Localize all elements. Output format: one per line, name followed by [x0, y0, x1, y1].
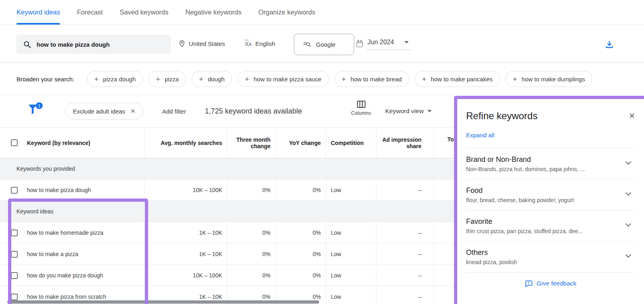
- search-query-text: how to make pizza dough: [37, 41, 110, 48]
- broaden-keyword-chip[interactable]: + how to make dumplings: [506, 71, 592, 87]
- header-ad-impression-share[interactable]: Ad impression share: [376, 128, 434, 158]
- competition-cell: Low: [326, 222, 376, 243]
- yoy-change-cell: 0%: [276, 265, 326, 286]
- search-networks-icon: [303, 41, 311, 48]
- download-icon: [605, 39, 614, 49]
- tab[interactable]: Forecast: [77, 0, 103, 25]
- horizontal-scrollbar[interactable]: [7, 300, 319, 304]
- columns-button[interactable]: Columns: [351, 101, 371, 116]
- expand-all-link[interactable]: Expand all: [466, 132, 494, 139]
- network-value: Google: [316, 41, 335, 48]
- tab[interactable]: Negative keywords: [185, 0, 241, 25]
- exclude-adult-ideas-chip[interactable]: Exclude adult ideas ✕: [65, 103, 143, 120]
- date-range-value: Jun 2024: [367, 39, 394, 46]
- chevron-down-icon: [625, 221, 631, 227]
- tab[interactable]: Keyword ideas: [17, 0, 60, 25]
- date-dropdown-arrow-icon: [405, 41, 409, 43]
- refine-section-subtitle: knead pizza, poolish: [466, 259, 619, 265]
- filter-chip-label: Exclude adult ideas: [73, 108, 125, 115]
- chip-label: how to make bread: [351, 76, 402, 83]
- close-panel-icon[interactable]: ✕: [629, 111, 635, 120]
- competition-cell: Low: [326, 286, 376, 304]
- header-yoy-change[interactable]: YoY change: [276, 128, 326, 158]
- ad-impression-share-cell: –: [376, 244, 434, 265]
- keyword-cell: how to make homemade pizza: [27, 230, 103, 236]
- chip-label: pizza dough: [103, 76, 136, 83]
- chip-label: how to make dumplings: [522, 76, 585, 83]
- download-button[interactable]: [605, 39, 614, 51]
- location-selector[interactable]: United States: [179, 25, 225, 62]
- avg-monthly-searches-cell: 10K – 100K: [145, 265, 227, 286]
- broaden-chip-list: + pizza dough + pizza + dough + how to m…: [87, 63, 592, 95]
- broaden-keyword-chip[interactable]: + how to make pizza sauce: [237, 71, 329, 87]
- header-keyword: Keyword (by relevance): [0, 128, 145, 158]
- calendar-icon: [357, 41, 363, 47]
- competition-cell: Low: [326, 265, 376, 286]
- broaden-keyword-chip[interactable]: + pizza: [149, 71, 186, 87]
- tab[interactable]: Saved keywords: [120, 0, 168, 25]
- header-keyword-label: Keyword (by relevance): [27, 140, 90, 146]
- three-month-change-cell: 0%: [227, 222, 276, 243]
- broaden-keyword-chip[interactable]: + how to make bread: [334, 71, 409, 87]
- row-checkbox[interactable]: [11, 251, 18, 258]
- broaden-keyword-chip[interactable]: + dough: [192, 71, 232, 87]
- competition-cell: Low: [326, 180, 376, 201]
- broaden-keyword-chip[interactable]: + pizza dough: [87, 71, 143, 87]
- language-selector[interactable]: XA English: [245, 25, 275, 62]
- refine-section[interactable]: Brand or Non-Brand Non-Brands, pizza hut…: [466, 149, 635, 180]
- row-checkbox[interactable]: [11, 294, 18, 300]
- tab[interactable]: Organize keywords: [258, 0, 315, 25]
- search-settings-row: how to make pizza dough United States XA…: [0, 25, 644, 63]
- feedback-label: Give feedback: [537, 280, 576, 287]
- refine-section-title: Brand or Non-Brand: [466, 155, 619, 164]
- keyword-ideas-count: 1,725 keyword ideas available: [205, 95, 302, 127]
- chip-label: how to make pizza sauce: [254, 76, 321, 83]
- header-three-month-change[interactable]: Three month change: [227, 128, 276, 158]
- row-checkbox[interactable]: [11, 272, 18, 279]
- three-month-change-cell: 0%: [227, 265, 276, 286]
- keyword-search-input[interactable]: how to make pizza dough: [16, 35, 171, 54]
- columns-icon: [357, 101, 365, 108]
- tab-label: Keyword ideas: [17, 8, 60, 16]
- location-pin-icon: [179, 40, 185, 48]
- avg-monthly-searches-cell: 10K – 100K: [145, 180, 227, 201]
- plus-icon: +: [342, 75, 346, 83]
- refine-section-title: Food: [466, 186, 619, 195]
- chevron-down-icon: [625, 190, 631, 196]
- keyword-cell: how do you make pizza dough: [27, 272, 103, 279]
- add-filter-button[interactable]: Add filter: [162, 95, 186, 127]
- row-checkbox[interactable]: [11, 187, 18, 194]
- avg-monthly-searches-cell: 1K – 10K: [145, 244, 227, 265]
- refine-section-subtitle: flour, bread, cheese, baking powder, yog…: [466, 197, 619, 203]
- tab-bar: Keyword ideas Forecast Saved keywords Ne…: [0, 0, 644, 25]
- give-feedback-button[interactable]: Give feedback: [466, 273, 635, 294]
- plus-icon: +: [199, 75, 203, 83]
- chevron-down-icon: [625, 252, 631, 258]
- keyword-view-dropdown[interactable]: Keyword view: [385, 95, 431, 127]
- keyword-cell: how to make pizza from scratch: [27, 294, 106, 300]
- filter-count-badge: 1: [36, 102, 43, 109]
- ad-impression-share-cell: –: [376, 222, 434, 243]
- remove-filter-icon[interactable]: ✕: [130, 108, 136, 115]
- view-dropdown-arrow-icon: [427, 110, 431, 112]
- header-competition[interactable]: Competition: [326, 128, 376, 158]
- date-range-selector[interactable]: Jun 2024: [357, 25, 411, 62]
- tab-label: Negative keywords: [185, 8, 241, 16]
- refine-section[interactable]: Others knead pizza, poolish: [466, 242, 635, 273]
- refine-section[interactable]: Food flour, bread, cheese, baking powder…: [466, 180, 635, 211]
- yoy-change-cell: 0%: [276, 244, 326, 265]
- language-value: English: [255, 40, 275, 47]
- yoy-change-cell: 0%: [276, 180, 326, 201]
- header-avg-monthly-searches[interactable]: Avg. monthly searches: [145, 128, 227, 158]
- filters-button[interactable]: 1: [27, 103, 43, 119]
- row-checkbox[interactable]: [11, 230, 18, 236]
- section-label: Keyword ideas: [17, 208, 54, 215]
- feedback-icon: [525, 280, 533, 287]
- keyword-cell: how to make a pizza: [27, 251, 78, 257]
- select-all-checkbox[interactable]: [11, 139, 18, 146]
- search-network-selector[interactable]: Google: [294, 34, 354, 55]
- broaden-keyword-chip[interactable]: + how to make pancakes: [415, 71, 500, 87]
- ad-impression-share-cell: –: [376, 286, 434, 304]
- refine-section[interactable]: Favorite thin crust pizza, pan pizza, st…: [466, 211, 635, 242]
- ad-impression-share-cell: –: [376, 180, 434, 201]
